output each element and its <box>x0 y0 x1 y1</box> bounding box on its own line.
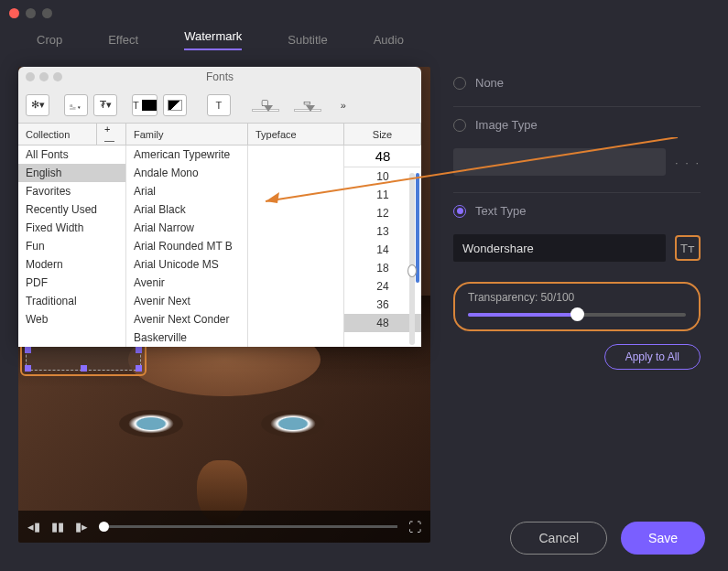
list-item[interactable]: Baskerville <box>126 329 247 347</box>
list-item[interactable]: English <box>18 164 125 182</box>
strike-menu-icon[interactable]: ₮▾ <box>93 94 117 116</box>
tab-watermark[interactable]: Watermark <box>184 29 242 50</box>
list-item[interactable]: Andale Mono <box>126 164 247 182</box>
watermark-options-panel: None Image Type · · · Text Type Tᴛ Trans… <box>444 67 710 543</box>
slider-thumb-icon[interactable] <box>570 307 584 321</box>
watermark-text-input[interactable] <box>453 234 666 262</box>
dialog-buttons: Cancel Save <box>510 522 705 555</box>
list-item[interactable]: Arial Narrow <box>126 219 247 237</box>
resize-handle-icon[interactable] <box>136 365 142 372</box>
list-item[interactable]: Traditional <box>18 292 125 310</box>
next-frame-icon[interactable]: ▮▸ <box>75 520 88 533</box>
list-item[interactable]: Arial <box>126 182 247 200</box>
more-tools-icon[interactable]: » <box>331 94 355 116</box>
fonts-column-headers: Collection + — Family Typeface Size <box>18 124 421 145</box>
tab-effect[interactable]: Effect <box>108 33 138 47</box>
bg-color-icon[interactable] <box>163 94 187 116</box>
collection-add-remove-button[interactable]: + — <box>97 124 126 145</box>
list-item[interactable]: Modern <box>18 255 125 274</box>
col-family[interactable]: Family <box>126 124 248 145</box>
close-window-icon[interactable] <box>9 8 19 18</box>
label-text-type: Text Type <box>475 204 526 218</box>
window-titlebar <box>0 0 728 26</box>
size-scrollbar[interactable] <box>405 173 419 345</box>
fullscreen-icon[interactable]: ⛶ <box>408 520 421 534</box>
transparency-group: Transparency: 50/100 <box>453 282 701 331</box>
divider <box>453 106 701 107</box>
seek-thumb-icon[interactable] <box>99 522 109 532</box>
list-item[interactable]: Avenir Next <box>126 292 247 310</box>
gear-icon[interactable]: ✻▾ <box>26 94 49 116</box>
kerning-slider-icon[interactable]: ▢ <box>247 98 284 112</box>
list-item[interactable]: All Fonts <box>18 145 125 164</box>
collections-list[interactable]: All Fonts English Favorites Recently Use… <box>18 145 126 347</box>
list-item[interactable]: Recently Used <box>18 200 125 219</box>
divider <box>453 192 701 193</box>
font-settings-button[interactable]: Tᴛ <box>675 235 701 261</box>
fonts-panel-titlebar[interactable]: Fonts <box>18 67 421 87</box>
list-item[interactable]: Arial Rounded MT B <box>126 237 247 255</box>
fonts-panel-title: Fonts <box>206 70 234 83</box>
resize-handle-icon[interactable] <box>25 365 31 372</box>
fonts-panel[interactable]: Fonts ✻▾ ⎁▾ ₮▾ T T ▢ ▭ » Collection + — <box>18 67 421 347</box>
video-playbar: ◂▮ ▮▮ ▮▸ ⛶ <box>18 511 430 543</box>
text-sample-icon[interactable]: T <box>207 94 231 116</box>
typefaces-list[interactable] <box>248 145 344 347</box>
tab-audio[interactable]: Audio <box>374 33 404 47</box>
list-item[interactable]: Avenir Next Conder <box>126 310 247 329</box>
col-typeface[interactable]: Typeface <box>248 124 344 145</box>
seek-slider[interactable] <box>99 525 397 528</box>
tab-subtitle[interactable]: Subtitle <box>288 33 327 47</box>
col-size[interactable]: Size <box>344 124 421 145</box>
radio-text-type[interactable] <box>453 205 466 218</box>
transparency-slider[interactable] <box>468 313 686 317</box>
spacing-slider-icon[interactable]: ▭ <box>289 98 326 112</box>
resize-handle-icon[interactable] <box>136 347 142 353</box>
label-none: None <box>475 76 504 90</box>
list-item[interactable]: Fixed Width <box>18 219 125 237</box>
list-item[interactable]: PDF <box>18 274 125 292</box>
col-collection[interactable]: Collection <box>18 124 97 145</box>
resize-handle-icon[interactable] <box>25 347 31 353</box>
list-item[interactable]: American Typewrite <box>126 145 247 164</box>
panel-close-icon[interactable] <box>26 72 35 81</box>
scrollbar-thumb-icon[interactable] <box>407 264 417 277</box>
list-item[interactable]: Fun <box>18 237 125 255</box>
panel-minimize-icon[interactable] <box>39 72 49 81</box>
radio-image-type[interactable] <box>453 119 466 132</box>
prev-frame-icon[interactable]: ◂▮ <box>27 520 40 533</box>
list-item[interactable]: Favorites <box>18 182 125 200</box>
panel-zoom-icon[interactable] <box>53 72 62 81</box>
maximize-window-icon[interactable] <box>42 8 52 18</box>
list-item[interactable]: Arial Black <box>126 200 247 219</box>
list-item[interactable]: Avenir <box>126 274 247 292</box>
fonts-toolbar: ✻▾ ⎁▾ ₮▾ T T ▢ ▭ » <box>18 87 421 124</box>
text-color-icon[interactable]: T <box>132 94 158 116</box>
preview-area: ◂▮ ▮▮ ▮▸ ⛶ Fonts ✻▾ ⎁▾ ₮▾ T <box>18 67 430 543</box>
sizes-list[interactable]: 10 11 12 13 14 18 24 36 48 <box>344 145 421 347</box>
apply-to-all-button[interactable]: Apply to All <box>604 344 701 370</box>
editor-tabs: Crop Effect Watermark Subtitle Audio <box>0 26 728 53</box>
list-item[interactable]: Web <box>18 310 125 329</box>
pause-icon[interactable]: ▮▮ <box>51 520 64 533</box>
minimize-window-icon[interactable] <box>26 8 36 18</box>
radio-none[interactable] <box>453 77 466 90</box>
resize-handle-icon[interactable] <box>81 365 87 372</box>
cancel-button[interactable]: Cancel <box>510 522 607 555</box>
tab-crop[interactable]: Crop <box>37 33 62 47</box>
image-path-input[interactable] <box>453 148 666 176</box>
font-size-input[interactable] <box>344 145 421 167</box>
save-button[interactable]: Save <box>621 522 705 555</box>
list-item[interactable]: Arial Unicode MS <box>126 255 247 274</box>
underline-menu-icon[interactable]: ⎁▾ <box>64 94 88 116</box>
browse-image-button[interactable]: · · · <box>675 156 701 169</box>
families-list[interactable]: American Typewrite Andale Mono Arial Ari… <box>126 145 248 347</box>
label-image-type: Image Type <box>475 118 538 132</box>
transparency-label: Transparency: 50/100 <box>468 291 686 304</box>
